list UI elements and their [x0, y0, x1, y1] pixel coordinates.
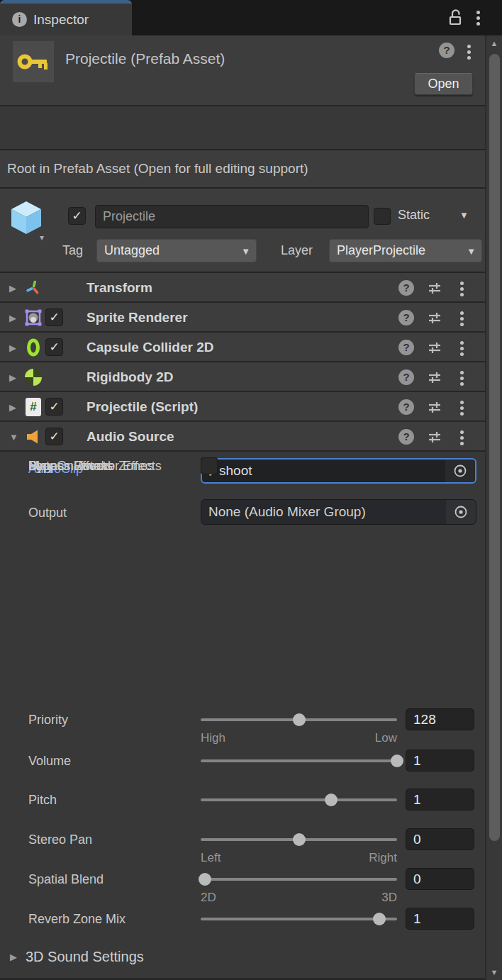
unlock-icon[interactable]	[447, 8, 464, 30]
layer-label: Layer	[281, 239, 313, 262]
component-kebab-icon[interactable]	[460, 401, 464, 404]
component-enabled-checkbox[interactable]: ✓	[45, 428, 63, 445]
slider-handle[interactable]	[325, 794, 338, 806]
audio-source-body: AudioClip ♪ shoot Output None (Audio Mix…	[0, 452, 485, 971]
component-header-sprite-renderer[interactable]: ▶ ✓ Sprite Renderer ?	[0, 303, 485, 333]
priority-value-field[interactable]	[406, 708, 474, 730]
spatial-blend-value-field[interactable]	[406, 868, 474, 890]
prefab-kebab-icon[interactable]	[467, 45, 471, 48]
pitch-slider[interactable]	[201, 787, 397, 813]
reverb-zone-mix-label: Reverb Zone Mix	[28, 906, 201, 932]
component-header-audio-source[interactable]: ▼ ✓ Audio Source ?	[0, 422, 485, 452]
loop-checkbox[interactable]	[201, 457, 218, 474]
bypass-effects-row: Bypass Effects	[0, 555, 485, 583]
slider-track[interactable]	[201, 798, 397, 801]
component-header-projectile-script[interactable]: ▶ # ✓ Projectile (Script) ?	[0, 392, 485, 422]
component-kebab-icon[interactable]	[460, 311, 464, 315]
sound-settings-foldout[interactable]: ▶ 3D Sound Settings	[0, 942, 485, 971]
priority-sublabels: HighLow	[0, 733, 485, 747]
component-kebab-icon[interactable]	[460, 341, 464, 345]
component-enabled-checkbox[interactable]: ✓	[45, 308, 63, 326]
presets-icon[interactable]	[427, 310, 442, 328]
component-header-capsule-collider[interactable]: ▶ ✓ Capsule Collider 2D ?	[0, 333, 485, 362]
loop-label: Loop	[28, 452, 201, 480]
sub-right: Right	[369, 851, 397, 865]
help-icon[interactable]: ?	[398, 310, 414, 325]
spatial-blend-row: Spatial Blend	[0, 867, 485, 892]
component-kebab-icon[interactable]	[460, 371, 464, 374]
stereo-pan-value-field[interactable]	[406, 828, 474, 850]
component-enabled-checkbox[interactable]: ✓	[45, 398, 63, 416]
name-field[interactable]	[95, 205, 369, 228]
priority-slider[interactable]	[201, 707, 397, 733]
component-header-rigidbody[interactable]: ▶ Rigidbody 2D ?	[0, 362, 485, 392]
layer-dropdown[interactable]: PlayerProjectile▼	[329, 239, 482, 262]
slider-handle[interactable]	[391, 755, 403, 767]
component-kebab-icon[interactable]	[460, 430, 464, 434]
layer-value: PlayerProjectile	[337, 243, 425, 257]
foldout-arrow[interactable]: ▼	[9, 432, 18, 442]
help-icon[interactable]: ?	[398, 280, 414, 296]
scrollbar-thumb[interactable]	[489, 54, 500, 841]
sound-settings-label: 3D Sound Settings	[26, 942, 144, 971]
slider-track[interactable]	[201, 878, 397, 881]
reverb-zone-mix-value-field[interactable]	[406, 908, 474, 930]
open-prefab-button[interactable]: Open	[414, 73, 473, 95]
foldout-arrow[interactable]: ▶	[9, 283, 16, 294]
static-checkbox[interactable]	[374, 208, 391, 225]
tag-dropdown[interactable]: Untagged▼	[96, 239, 257, 262]
help-icon[interactable]: ?	[439, 43, 454, 58]
stereo-pan-slider[interactable]	[201, 827, 397, 852]
scroll-up-icon[interactable]: ▲	[486, 39, 502, 48]
presets-icon[interactable]	[427, 340, 442, 358]
sub-left: High	[201, 731, 225, 745]
slider-handle[interactable]	[373, 913, 386, 925]
active-checkbox[interactable]: ✓	[68, 207, 86, 225]
foldout-arrow[interactable]: ▶	[9, 372, 16, 383]
static-dropdown-arrow[interactable]: ▼	[459, 210, 469, 221]
help-icon[interactable]: ?	[398, 369, 414, 385]
foldout-arrow[interactable]: ▶	[9, 313, 16, 323]
scroll-down-icon[interactable]: ▼	[486, 968, 502, 976]
tab-inspector[interactable]: i Inspector	[0, 0, 132, 35]
spatial-blend-sublabels: 2D3D	[0, 892, 485, 906]
reverb-zone-mix-slider[interactable]	[201, 906, 397, 932]
help-icon[interactable]: ?	[398, 399, 414, 415]
slider-track[interactable]	[201, 759, 397, 762]
help-icon[interactable]: ?	[398, 340, 414, 355]
volume-value-field[interactable]	[406, 750, 474, 772]
help-icon[interactable]: ?	[398, 429, 414, 445]
script-icon: #	[24, 398, 43, 416]
presets-icon[interactable]	[427, 280, 442, 299]
chevron-down-icon: ▼	[467, 240, 476, 262]
component-enabled-checkbox[interactable]: ✓	[45, 338, 63, 356]
prefab-title: Projectile (Prefab Asset)	[65, 50, 225, 67]
audioclip-object-field[interactable]: ♪ shoot	[201, 458, 476, 484]
spatial-blend-slider[interactable]	[201, 867, 397, 892]
foldout-arrow[interactable]: ▶	[10, 952, 17, 962]
component-header-transform[interactable]: ▶ Transform ?	[0, 273, 485, 303]
object-picker-icon[interactable]	[446, 500, 476, 524]
component-title: Capsule Collider 2D	[87, 333, 214, 362]
presets-icon[interactable]	[427, 429, 442, 447]
presets-icon[interactable]	[427, 399, 442, 418]
gameobject-cube-icon[interactable]	[10, 200, 43, 238]
tab-menu-kebab-icon[interactable]	[476, 11, 480, 14]
slider-handle[interactable]	[199, 873, 211, 886]
presets-icon[interactable]	[427, 369, 442, 388]
foldout-arrow[interactable]: ▶	[9, 402, 16, 413]
slider-handle[interactable]	[293, 833, 306, 846]
scrollbar[interactable]: ▲ ▼	[485, 35, 502, 980]
object-picker-icon[interactable]	[445, 460, 475, 482]
priority-row: Priority	[0, 707, 485, 733]
output-object-field[interactable]: None (Audio Mixer Group)	[201, 499, 476, 525]
foldout-arrow[interactable]: ▶	[9, 343, 16, 353]
slider-handle[interactable]	[293, 713, 306, 726]
output-value: None (Audio Mixer Group)	[208, 504, 366, 520]
icon-dropdown-arrow[interactable]: ▾	[40, 233, 44, 243]
volume-slider[interactable]	[201, 748, 397, 774]
pitch-value-field[interactable]	[406, 789, 474, 811]
component-kebab-icon[interactable]	[460, 282, 464, 285]
prefab-asset-icon	[13, 41, 54, 82]
slider-track[interactable]	[201, 918, 397, 920]
